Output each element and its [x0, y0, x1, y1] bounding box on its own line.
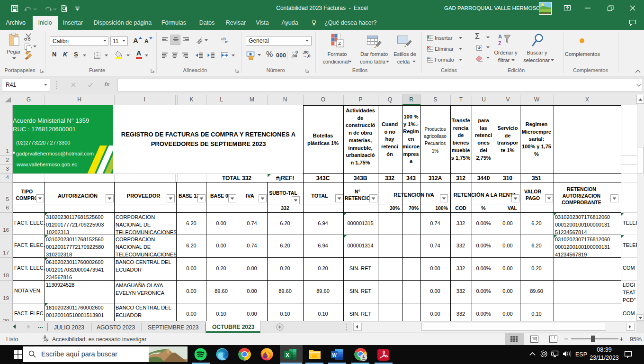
svg-text:VALLE: VALLE	[541, 12, 549, 15]
svg-text:ab: ab	[196, 37, 204, 45]
svg-text:X: X	[286, 352, 289, 358]
svg-text:≠: ≠	[338, 40, 341, 47]
svg-text:A: A	[498, 34, 502, 39]
svg-text:ab: ab	[221, 36, 226, 41]
svg-text:Z: Z	[498, 40, 501, 46]
svg-text:W: W	[332, 353, 337, 358]
